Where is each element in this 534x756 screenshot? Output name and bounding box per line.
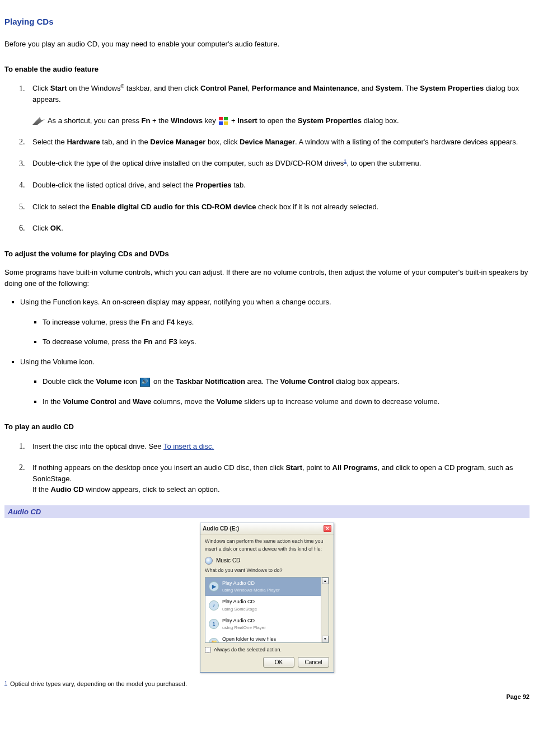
- insert-disc-link[interactable]: To insert a disc.: [163, 442, 214, 450]
- play-cd-heading: To play an audio CD: [4, 421, 530, 433]
- always-action-label: Always do the selected action.: [214, 646, 282, 654]
- always-action-checkbox[interactable]: [205, 647, 211, 653]
- page-number: Page 92: [4, 692, 530, 702]
- note-icon: [32, 117, 45, 125]
- volume-increase: To increase volume, press the Fn and F4 …: [43, 317, 530, 328]
- footnote-1: 1 Optical drive types vary, depending on…: [4, 679, 530, 689]
- list-item[interactable]: 1 Play Audio CDusing RealOne Player: [205, 615, 321, 634]
- dialog-prompt: Windows can perform the same action each…: [205, 538, 329, 553]
- enable-step-5: Click to select the Enable digital CD au…: [27, 201, 530, 213]
- enable-step-2: Select the Hardware tab, and in the Devi…: [27, 136, 530, 148]
- enable-step-6: Click OK.: [27, 222, 530, 234]
- scrollbar[interactable]: ▴ ▾: [321, 577, 329, 642]
- list-item[interactable]: ♪ Play Audio CDusing SonicStage: [205, 596, 321, 615]
- sonicstage-icon: ♪: [209, 600, 219, 611]
- scroll-up-icon[interactable]: ▴: [322, 577, 329, 584]
- adjust-volume-heading: To adjust the volume for playing CDs and…: [4, 248, 530, 260]
- wmp-icon: ▶: [209, 581, 219, 591]
- play-step-2: If nothing appears on the desktop once y…: [27, 462, 530, 495]
- action-listbox[interactable]: ▶ Play Audio CDusing Windows Media Playe…: [205, 577, 329, 643]
- volume-method-function-keys: Using the Function keys. An on-screen di…: [20, 297, 530, 348]
- play-step-1: Insert the disc into the optical drive. …: [27, 440, 530, 452]
- dialog-question: What do you want Windows to do?: [205, 567, 329, 575]
- media-type-label: Music CD: [216, 556, 240, 565]
- footnote-index[interactable]: 1: [4, 680, 7, 685]
- cd-icon: [205, 557, 213, 565]
- scroll-down-icon[interactable]: ▾: [322, 636, 329, 642]
- list-item[interactable]: ▶ Play Audio CDusing Windows Media Playe…: [205, 577, 321, 597]
- dialog-title: Audio CD (E:): [203, 524, 239, 533]
- always-action-checkbox-row[interactable]: Always do the selected action.: [205, 646, 329, 654]
- volume-method-icon: Using the Volume icon. Double click the …: [20, 356, 530, 407]
- volume-double-click: Double click the Volume icon on the Task…: [43, 376, 530, 387]
- audio-cd-dialog: Audio CD (E:) × Windows can perform the …: [200, 523, 334, 673]
- enable-step-3: Double-click the type of the optical dri…: [27, 158, 530, 170]
- windows-key-icon: [219, 117, 228, 125]
- volume-intro: Some programs have built-in volume contr…: [4, 267, 530, 289]
- volume-slider-instruction: In the Volume Control and Wave columns, …: [43, 396, 530, 407]
- enable-audio-heading: To enable the audio feature: [4, 64, 530, 75]
- volume-icon: [140, 378, 150, 387]
- enable-step-1: Click Start on the Windows® taskbar, and…: [27, 83, 530, 126]
- realone-icon: 1: [209, 619, 219, 629]
- folder-icon: 📁: [209, 638, 219, 642]
- figure-caption: Audio CD: [4, 505, 530, 519]
- page-title: Playing CDs: [4, 16, 530, 29]
- list-item[interactable]: 📁 Open folder to view filesusing Windows…: [205, 633, 321, 642]
- cancel-button[interactable]: Cancel: [298, 657, 329, 668]
- close-button[interactable]: ×: [324, 525, 331, 532]
- intro-paragraph: Before you play an audio CD, you may nee…: [4, 39, 530, 50]
- ok-button[interactable]: OK: [263, 657, 294, 668]
- volume-decrease: To decrease volume, press the Fn and F3 …: [43, 336, 530, 348]
- enable-step-4: Double-click the listed optical drive, a…: [27, 179, 530, 191]
